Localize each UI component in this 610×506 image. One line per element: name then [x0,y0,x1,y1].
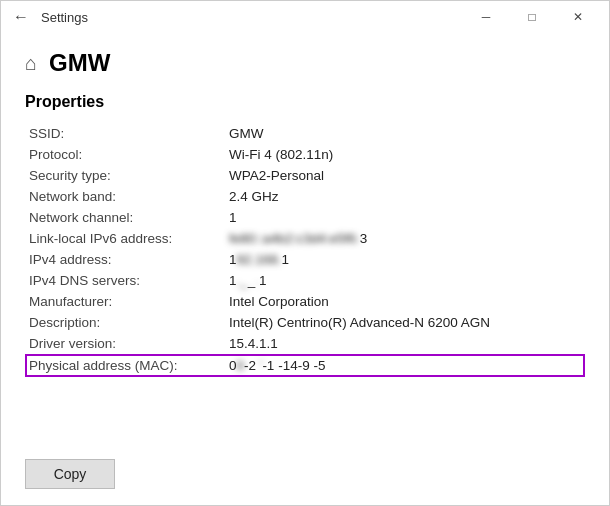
table-row: IPv4 address: 192.168.1 [25,249,585,270]
table-row: Network band: 2.4 GHz [25,186,585,207]
table-row: Protocol: Wi-Fi 4 (802.11n) [25,144,585,165]
prop-value: 192.168.1 [225,249,585,270]
table-row: Description: Intel(R) Centrino(R) Advanc… [25,312,585,333]
prop-label: IPv4 DNS servers: [25,270,225,291]
table-row: Security type: WPA2-Personal [25,165,585,186]
prop-value: 15.4.1.1 [225,333,585,354]
page-title: GMW [49,49,110,77]
title-bar: ← Settings ─ □ ✕ [1,1,609,33]
mac-address-row: Physical address (MAC): 00-2 '-1 -14-9 -… [25,354,585,377]
minimize-button[interactable]: ─ [463,1,509,33]
prop-label: SSID: [25,123,225,144]
window-controls: ─ □ ✕ [463,1,601,33]
settings-window: ← Settings ─ □ ✕ ⌂ GMW Properties SSID: … [0,0,610,506]
prop-value: 1.__.1 [225,270,585,291]
properties-table: SSID: GMW Protocol: Wi-Fi 4 (802.11n) Se… [25,123,585,377]
section-title: Properties [25,93,585,111]
prop-label: IPv4 address: [25,249,225,270]
table-row: Manufacturer: Intel Corporation [25,291,585,312]
mac-label: Physical address (MAC): [25,354,225,377]
home-icon: ⌂ [25,52,37,75]
table-row: SSID: GMW [25,123,585,144]
prop-value: 2.4 GHz [225,186,585,207]
back-button[interactable]: ← [9,5,33,29]
bottom-bar: Copy [1,449,609,505]
mac-value: 00-2 '-1 -14-9 -5 [225,354,585,377]
prop-value: 1 [225,207,585,228]
page-header: ⌂ GMW [25,49,585,77]
prop-label: Network channel: [25,207,225,228]
table-row: IPv4 DNS servers: 1.__.1 [25,270,585,291]
prop-label: Network band: [25,186,225,207]
title-bar-left: ← Settings [9,5,463,29]
prop-value: Intel(R) Centrino(R) Advanced-N 6200 AGN [225,312,585,333]
table-row: Link-local IPv6 address: fe80::a4b2:c3d4… [25,228,585,249]
prop-value: fe80::a4b2:c3d4:e5f6:3 [225,228,585,249]
prop-value: Wi-Fi 4 (802.11n) [225,144,585,165]
prop-label: Link-local IPv6 address: [25,228,225,249]
prop-label: Driver version: [25,333,225,354]
prop-label: Description: [25,312,225,333]
close-button[interactable]: ✕ [555,1,601,33]
table-row: Driver version: 15.4.1.1 [25,333,585,354]
prop-value: Intel Corporation [225,291,585,312]
copy-button[interactable]: Copy [25,459,115,489]
table-row: Network channel: 1 [25,207,585,228]
maximize-button[interactable]: □ [509,1,555,33]
window-title: Settings [41,10,88,25]
prop-value: GMW [225,123,585,144]
prop-label: Protocol: [25,144,225,165]
prop-label: Security type: [25,165,225,186]
prop-value: WPA2-Personal [225,165,585,186]
prop-label: Manufacturer: [25,291,225,312]
main-content: ⌂ GMW Properties SSID: GMW Protocol: Wi-… [1,33,609,449]
